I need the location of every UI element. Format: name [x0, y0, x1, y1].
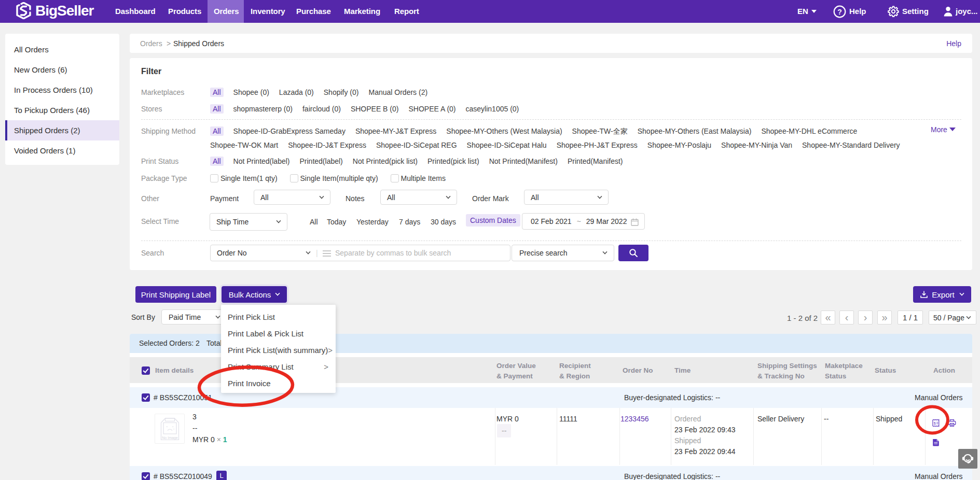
svg-text:?: ? [837, 8, 842, 16]
svg-text:No Image: No Image [162, 436, 177, 440]
svg-text:$: $ [934, 421, 936, 425]
